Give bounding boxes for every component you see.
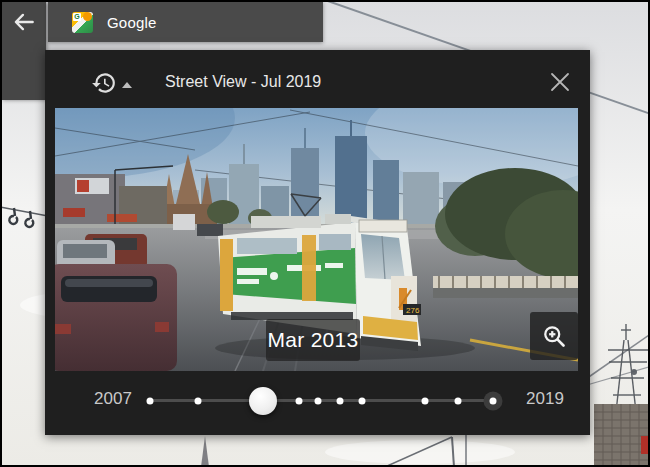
- building-silhouette: [594, 404, 650, 467]
- magnifier-plus-icon: [541, 323, 568, 350]
- history-dropdown-button[interactable]: [91, 66, 149, 100]
- timeline-dot[interactable]: [315, 397, 322, 404]
- timeline-start-year: 2007: [81, 389, 145, 409]
- time-machine-panel: Street View - Jul 2019: [45, 50, 590, 435]
- google-app-chip[interactable]: G Google: [48, 2, 323, 42]
- panel-title: Street View - Jul 2019: [165, 73, 321, 91]
- tram-number: 276: [406, 306, 420, 315]
- timeline-dot[interactable]: [455, 397, 462, 404]
- arrow-left-icon: [11, 9, 37, 35]
- timeline-dot[interactable]: [147, 397, 154, 404]
- timeline-track[interactable]: [150, 399, 493, 402]
- timeline-dot[interactable]: [358, 397, 365, 404]
- timeline-dot[interactable]: [295, 397, 302, 404]
- close-x-icon: [548, 70, 572, 94]
- street-view-icon: G: [72, 12, 93, 33]
- timeline-dot[interactable]: [422, 397, 429, 404]
- close-button[interactable]: [546, 68, 574, 96]
- zoom-in-button[interactable]: [530, 312, 578, 360]
- date-chip: Mar 2013: [266, 319, 360, 361]
- timeline-dot[interactable]: [195, 397, 202, 404]
- street-view-screen: G Google Street View - Jul 2019: [0, 0, 650, 467]
- triangle-up-icon: [122, 82, 132, 88]
- timeline-end-year: 2019: [513, 389, 577, 409]
- back-button[interactable]: [2, 2, 46, 100]
- app-chip-label: Google: [107, 14, 157, 31]
- maps-g-badge: G: [73, 13, 81, 21]
- history-clock-icon: [91, 70, 117, 96]
- timeline-dot[interactable]: [337, 397, 344, 404]
- street-view-photo[interactable]: 276 Mar 2013: [55, 108, 578, 371]
- pegman-head: [83, 12, 92, 21]
- timeline-dot-current[interactable]: [490, 397, 497, 404]
- timeline-handle[interactable]: [249, 387, 277, 415]
